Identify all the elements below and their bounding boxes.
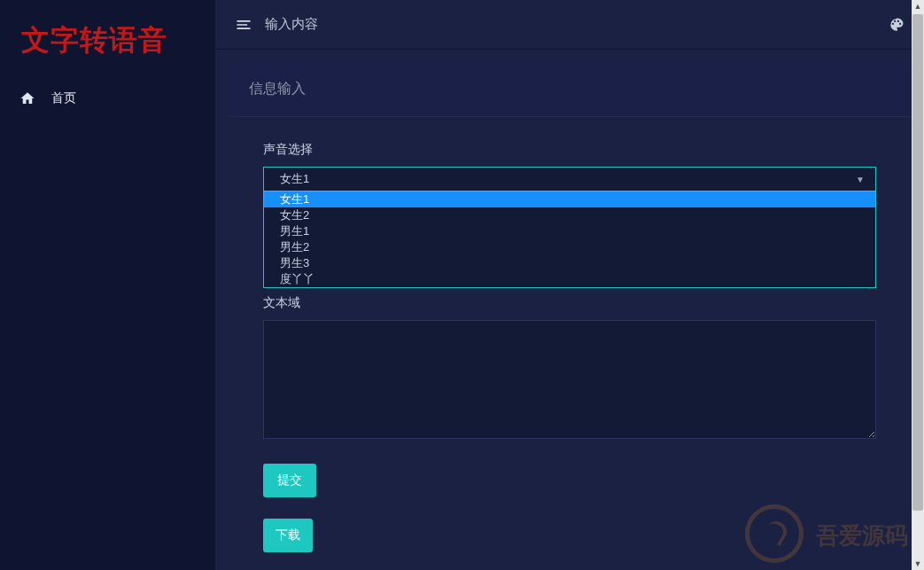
scrollbar-up-icon[interactable]: ▲ <box>912 0 924 12</box>
sidebar: 文字转语音 首页 <box>0 0 215 570</box>
main: 输入内容 信息输入 声音选择 女生1 ▼ 女生1 女生2 男生1 男生2 男生3… <box>215 0 924 570</box>
sidebar-item-label: 首页 <box>51 90 76 106</box>
text-content-textarea[interactable] <box>263 320 876 439</box>
voice-option-4[interactable]: 男生2 <box>264 239 875 255</box>
topbar: 输入内容 <box>215 0 924 50</box>
voice-option-1[interactable]: 女生1 <box>264 191 875 207</box>
card-info-input: 信息输入 声音选择 女生1 ▼ 女生1 女生2 男生1 男生2 男生3 度丫丫 … <box>228 62 912 570</box>
voice-select[interactable]: 女生1 ▼ <box>263 167 876 191</box>
menu-toggle-icon[interactable] <box>235 16 252 34</box>
voice-option-6[interactable]: 度丫丫 <box>264 271 875 287</box>
brand-logo: 文字转语音 <box>0 0 215 78</box>
submit-button[interactable]: 提交 <box>263 464 316 497</box>
page-title: 输入内容 <box>265 16 318 33</box>
voice-select-dropdown: 女生1 女生2 男生1 男生2 男生3 度丫丫 <box>263 191 876 288</box>
scrollbar-thumb[interactable] <box>912 14 923 511</box>
home-icon <box>19 90 35 106</box>
palette-icon[interactable] <box>889 17 905 33</box>
voice-option-5[interactable]: 男生3 <box>264 255 875 271</box>
scrollbar-down-icon[interactable]: ▼ <box>912 558 924 570</box>
voice-select-label: 声音选择 <box>263 142 876 158</box>
sidebar-item-home[interactable]: 首页 <box>0 78 215 119</box>
voice-select-value: 女生1 <box>280 171 309 187</box>
chevron-down-icon: ▼ <box>856 175 865 184</box>
download-button[interactable]: 下载 <box>263 519 313 552</box>
voice-option-2[interactable]: 女生2 <box>264 207 875 223</box>
vertical-scrollbar[interactable]: ▲ ▼ <box>912 0 924 570</box>
textarea-label: 文本域 <box>263 295 876 311</box>
card-title: 信息输入 <box>228 62 912 117</box>
voice-option-3[interactable]: 男生1 <box>264 223 875 239</box>
